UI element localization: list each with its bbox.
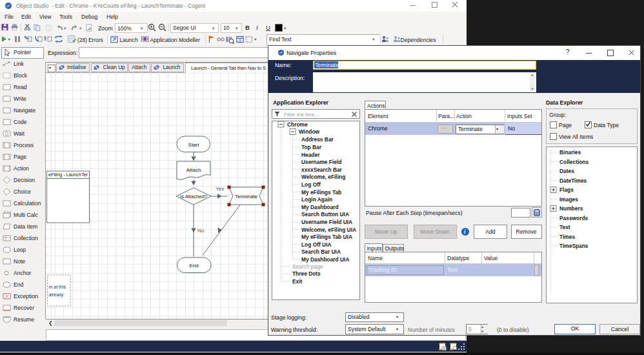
svg-text:Flags: Flags (559, 187, 574, 193)
svg-text:Three Dots: Three Dots (292, 270, 321, 277)
svg-text:xxxxSearch Bar: xxxxSearch Bar (301, 167, 343, 173)
svg-text:Window: Window (299, 128, 320, 135)
svg-text:No: No (197, 228, 205, 234)
svg-text:Numbers: Numbers (559, 205, 583, 212)
svg-text:Chrome: Chrome (287, 121, 308, 128)
svg-text:Collections: Collections (559, 159, 589, 165)
svg-text:Images: Images (559, 196, 578, 203)
svg-text:Binaries: Binaries (559, 149, 581, 156)
svg-text:Search Bar UIA: Search Bar UIA (301, 249, 341, 255)
svg-text:Log Off UIA: Log Off UIA (301, 241, 332, 248)
svg-text:Dates: Dates (559, 168, 574, 174)
svg-text:Search Button UIA: Search Button UIA (301, 211, 349, 218)
svg-text:Header: Header (301, 152, 320, 158)
svg-text:eFiling - LaunchTer: eFiling - LaunchTer (48, 172, 88, 178)
svg-text:Text: Text (559, 224, 570, 230)
svg-text:Welcome, eFiling: Welcome, eFiling (301, 174, 345, 180)
svg-text:Login Again: Login Again (301, 196, 332, 203)
svg-text:My Dashboard: My Dashboard (301, 204, 339, 210)
svg-text:Address Bar: Address Bar (301, 136, 334, 143)
svg-text:Search page: Search page (292, 263, 323, 270)
svg-text:TimeSpans: TimeSpans (559, 243, 589, 249)
svg-text:Times: Times (559, 234, 575, 240)
svg-text:Yes: Yes (216, 186, 224, 192)
svg-text:My eFilings Tab: My eFilings Tab (301, 189, 341, 196)
svg-text:DateTimes: DateTimes (559, 178, 587, 184)
svg-text:Welcome, eFiling UIA: Welcome, eFiling UIA (301, 227, 356, 233)
svg-text:My Dashboard UIA: My Dashboard UIA (301, 256, 349, 263)
svg-text:My eFilings Tab UIA: My eFilings Tab UIA (301, 234, 352, 240)
svg-text:already: already (49, 292, 64, 298)
svg-text:Log Off: Log Off (301, 181, 321, 188)
svg-text:Username Field UIA: Username Field UIA (301, 219, 352, 225)
svg-text:End: End (189, 263, 198, 269)
svg-text:Is Attached?: Is Attached? (180, 194, 207, 199)
svg-text:Attach: Attach (186, 167, 201, 173)
svg-text:Top Bar: Top Bar (301, 144, 322, 150)
svg-text:Terminate: Terminate (235, 194, 258, 199)
svg-text:Username Field: Username Field (301, 159, 341, 165)
svg-text:m at this: m at this (49, 285, 66, 289)
svg-text:Passwords: Passwords (559, 215, 589, 221)
svg-text:Exit: Exit (292, 278, 303, 285)
svg-text:Start: Start (188, 142, 200, 148)
